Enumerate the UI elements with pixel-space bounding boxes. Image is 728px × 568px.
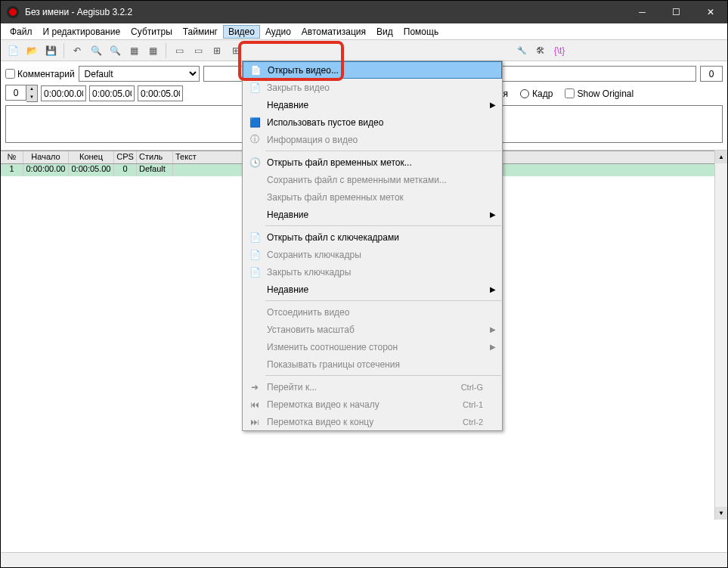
open-timecodes-icon: 🕓: [246, 157, 264, 168]
menu-help[interactable]: Помощь: [398, 25, 444, 39]
menu-save-keyframes: 📄 Сохранить ключкадры: [243, 246, 502, 263]
cell-num: 1: [1, 164, 23, 176]
menu-close-video: 📄 Закрыть видео: [243, 79, 502, 96]
menu-edit[interactable]: И редактирование: [38, 25, 126, 39]
end-time-input[interactable]: [89, 85, 135, 101]
menu-open-video[interactable]: 📄 Открыть видео...: [243, 61, 502, 79]
video-menu-dropdown: 📄 Открыть видео... 📄 Закрыть видео Недав…: [242, 61, 503, 431]
menu-audio[interactable]: Аудио: [260, 25, 296, 39]
submenu-arrow-icon: ▶: [490, 343, 496, 351]
app-logo-icon: [7, 6, 19, 18]
menu-view[interactable]: Вид: [371, 25, 398, 39]
title-bar: Без имени - Aegisub 3.2.2 ─ ☐ ✕: [1, 1, 727, 23]
menu-automation[interactable]: Автоматизация: [296, 25, 371, 39]
frame-radio[interactable]: [520, 89, 529, 98]
menu-separator: [265, 300, 501, 301]
scroll-up-icon[interactable]: ▲: [715, 151, 727, 163]
comment-checkbox-input[interactable]: [5, 69, 15, 79]
replace-icon[interactable]: 🔍: [107, 42, 123, 59]
show-original-input[interactable]: [565, 88, 575, 98]
submenu-arrow-icon: ▶: [490, 210, 496, 219]
maxchars-input[interactable]: [700, 66, 723, 82]
header-start[interactable]: Начало: [23, 151, 69, 163]
cell-start: 0:00:00.00: [23, 164, 69, 176]
save-keyframes-icon: 📄: [246, 250, 264, 260]
style-select[interactable]: Default: [79, 66, 200, 82]
header-end[interactable]: Конец: [69, 151, 114, 163]
menu-subtitles[interactable]: Субтитры: [125, 25, 178, 39]
submenu-arrow-icon: ▶: [490, 101, 496, 109]
vertical-scrollbar[interactable]: ▲ ▼: [714, 151, 727, 520]
scroll-down-icon[interactable]: ▼: [715, 507, 727, 520]
menu-recent-timecodes[interactable]: Недавние ▶: [243, 206, 502, 223]
menu-jump-start: ⏮ Перемотка видео к началу Ctrl-1: [243, 396, 502, 413]
menu-recent-video[interactable]: Недавние ▶: [243, 96, 502, 113]
bold-icon[interactable]: 🔧: [513, 42, 530, 59]
window-title: Без имени - Aegisub 3.2.2: [25, 7, 625, 17]
show-original-label: Show Original: [577, 88, 634, 99]
cell-end: 0:00:05.00: [69, 164, 114, 176]
tool-icon[interactable]: ▦: [144, 42, 161, 59]
menu-video[interactable]: Видео: [223, 25, 260, 39]
header-num[interactable]: №: [1, 151, 23, 163]
menu-dummy-video[interactable]: 🟦 Использовать пустое видео: [243, 113, 502, 131]
menu-separator: [265, 225, 501, 226]
header-cps[interactable]: CPS: [114, 151, 137, 163]
tools-icon[interactable]: 🛠: [532, 42, 549, 59]
menu-separator: [265, 151, 501, 151]
info-icon: ⓘ: [246, 133, 264, 146]
comment-label: Комментарий: [17, 69, 75, 79]
frame-radio-label: Кадр: [532, 88, 553, 99]
menu-set-zoom: Установить масштаб ▶: [243, 321, 502, 338]
comment-checkbox[interactable]: Комментарий: [5, 69, 75, 79]
close-video-icon: 📄: [246, 82, 264, 93]
tag-icon[interactable]: {\t}: [551, 42, 568, 59]
tool-icon[interactable]: ▭: [171, 42, 187, 59]
menu-open-keyframes[interactable]: 📄 Открыть файл с ключекадрами: [243, 228, 502, 246]
jump-start-icon: ⏮: [246, 399, 264, 410]
menu-overscan: Показывать границы отсечения: [243, 355, 502, 373]
dummy-video-icon: 🟦: [246, 117, 264, 128]
header-style[interactable]: Стиль: [137, 151, 173, 163]
menu-detach-video: Отсоединить видео: [243, 303, 502, 321]
new-file-icon[interactable]: 📄: [5, 42, 21, 59]
window-controls: ─ ☐ ✕: [625, 1, 727, 23]
find-icon[interactable]: 🔍: [88, 42, 104, 59]
close-keyframes-icon: 📄: [246, 267, 264, 278]
menu-timing[interactable]: Тайминг: [178, 25, 223, 39]
tool-icon[interactable]: ▭: [190, 42, 206, 59]
minimize-button[interactable]: ─: [625, 1, 659, 23]
menu-close-keyframes: 📄 Закрыть ключкадры: [243, 263, 502, 281]
open-video-icon: 📄: [246, 65, 265, 76]
tool-icon[interactable]: ⊞: [228, 42, 244, 59]
close-button[interactable]: ✕: [693, 1, 727, 23]
layer-input[interactable]: [5, 85, 26, 101]
maximize-button[interactable]: ☐: [659, 1, 693, 23]
layer-spinner[interactable]: ▲▼: [5, 85, 38, 102]
open-file-icon[interactable]: 📂: [23, 42, 40, 59]
menu-jump-to: ➜ Перейти к... Ctrl-G: [243, 378, 502, 396]
status-bar: [1, 552, 727, 567]
menu-close-timecodes: Закрыть файл временных меток: [243, 188, 502, 206]
duration-input[interactable]: [138, 85, 183, 101]
menu-save-timecodes: Сохранить файл с временными метками...: [243, 171, 502, 188]
toolbar-main: 📄 📂 💾 ↶ 🔍 🔍 ▦ ▦ ▭ ▭ ⊞ ⊞ 🔧 🛠 {\t}: [1, 40, 727, 61]
menu-open-timecodes[interactable]: 🕓 Открыть файл временных меток...: [243, 154, 502, 171]
menu-jump-end: ⏭ Перемотка видео к концу Ctrl-2: [243, 413, 502, 430]
undo-icon[interactable]: ↶: [69, 42, 85, 59]
start-time-input[interactable]: [41, 85, 86, 101]
show-original-checkbox[interactable]: Show Original: [565, 88, 634, 99]
menu-separator: [265, 375, 501, 376]
menu-file[interactable]: Файл: [5, 25, 38, 39]
cell-style: Default: [137, 164, 173, 176]
open-keyframes-icon: 📄: [246, 232, 264, 243]
spin-down-icon[interactable]: ▼: [26, 94, 37, 102]
menu-recent-keyframes[interactable]: Недавние ▶: [243, 281, 502, 298]
jump-end-icon: ⏭: [246, 417, 264, 427]
toolbar-separator: [64, 43, 64, 58]
tool-icon[interactable]: ▦: [125, 42, 142, 59]
save-file-icon[interactable]: 💾: [42, 42, 59, 59]
tool-icon[interactable]: ⊞: [209, 42, 225, 59]
spin-up-icon[interactable]: ▲: [26, 85, 37, 94]
toolbar-separator: [166, 43, 166, 58]
